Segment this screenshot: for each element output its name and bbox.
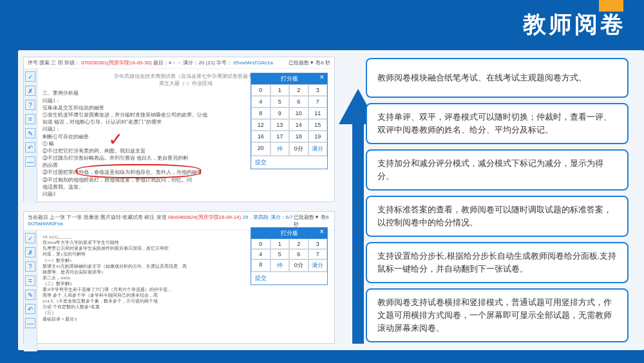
close-icon[interactable]: ✕ [319, 228, 325, 235]
score-cell[interactable]: 2 [289, 84, 308, 96]
score-cell[interactable]: 6 [289, 96, 308, 107]
red-check-mark: ✓ [108, 127, 123, 152]
tool-icon[interactable]: ✗ [25, 247, 35, 257]
score-cell[interactable]: 4 [251, 249, 270, 259]
handwriting-line: ③不过相别的他他瞪着灯，唇他倾送妻，要他让我反问，伯忆。问 [43, 176, 329, 183]
toolbar2-right: 已批题数▼ 卷6 秒 [294, 214, 330, 228]
feature-card: 支持单评、双平，评卷模式可以随时切换；仲裁时，查看一评、双评中阅卷教师的姓名、给… [366, 103, 629, 144]
handwriting-line: 某X中学有学生若干选修了六门课（共有六个单选题）的任中选， [43, 287, 329, 293]
page-title: 教师阅卷 [523, 9, 626, 41]
score-cell[interactable]: 16 [251, 131, 270, 142]
score-cell[interactable]: 17 [270, 131, 290, 142]
toolbar2-mid: 29．第四段 满分：6/7 [242, 214, 292, 220]
arrow-stem [352, 121, 364, 344]
score-cell[interactable]: 满分 [308, 259, 328, 272]
score-cell[interactable]: 10 [289, 107, 308, 119]
score-cell[interactable]: 13 [270, 119, 290, 131]
score-panel-1: 打分板 ✕ 01234567891011121314151617181920仲0… [251, 73, 328, 169]
score-cell[interactable]: 15 [308, 119, 328, 131]
score-cell[interactable]: 0 [251, 239, 270, 249]
score-cell[interactable]: 0分 [289, 142, 308, 156]
score-cell[interactable]: 19 [308, 131, 328, 142]
score-cell[interactable]: 0 [251, 84, 270, 96]
score-cell[interactable]: 9 [270, 107, 290, 119]
score-cell[interactable]: 5 [270, 249, 290, 259]
grading-screenshot-1: 序号 搜索 三 田 班级： 070030301(国庆学院18-09-30) 题目… [23, 57, 335, 202]
feature-card-list: 教师阅卷模块融合纸笔考试、在线考试主观题阅卷方式。支持单评、双平，评卷模式可以随… [366, 58, 629, 342]
tool-icon[interactable]: ? [25, 261, 35, 272]
handwriting-line: 高等 多个 人和多个学（多学科不能同自己的课本结合，高 [43, 293, 329, 299]
handwriting-line: 基础目录 > 题分3 [43, 317, 329, 322]
score-cell[interactable]: 18 [289, 131, 308, 142]
submit-button[interactable]: 提交 [251, 156, 327, 169]
tool-icon[interactable]: ? [25, 100, 35, 110]
feature-card: 教师阅卷支持试卷横排和竖排模式，普通试题可用竖排方式，作文题可用横排方式阅卷，一… [366, 288, 629, 342]
feature-card: 教师阅卷模块融合纸笔考试、在线考试主观题阅卷方式。 [366, 58, 629, 98]
score-cell[interactable]: 7 [308, 96, 328, 107]
tool-icon[interactable]: ✗ [25, 86, 35, 96]
side-toolbar-1: ✓✗?=✎↶— [24, 69, 37, 203]
score-header-label: 打分板 [281, 75, 298, 82]
tool-icon[interactable]: = [25, 275, 35, 286]
tool-icon[interactable]: — [25, 318, 35, 328]
screenshot-column: 序号 搜索 三 田 班级： 070030301(国庆学院18-09-30) 题目… [23, 57, 335, 344]
tool-icon[interactable]: ↶ [25, 142, 35, 153]
score-cell[interactable]: 1 [270, 239, 290, 249]
handwriting-line: 问题3 [43, 191, 329, 198]
score-cell[interactable]: 满分 [308, 142, 328, 156]
score-cell[interactable]: 6 [289, 249, 308, 259]
score-header-label-2: 打分板 [281, 230, 298, 236]
score-cell[interactable]: 0分 [289, 259, 308, 272]
score-cell[interactable]: 14 [289, 119, 308, 131]
tool-icon[interactable]: ↶ [25, 304, 35, 314]
score-cell[interactable]: 11 [308, 107, 328, 119]
submit-button-2[interactable]: 提交 [251, 272, 327, 284]
side-toolbar-2: ✓✗?=✎↶— [24, 230, 37, 351]
score-cell[interactable]: 12 [251, 119, 270, 131]
score-panel-2: 打分板 ✕ 012345678仲0分满分 提交 [251, 227, 328, 285]
score-cell[interactable]: 8 [251, 107, 270, 119]
class-label: 070030301(国庆学院18-09-30) [81, 60, 151, 66]
feature-card: 支持标准答案的查看，教师阅卷可以随时调取试题的标准答案，以控制阅卷中的给分情况。 [366, 196, 629, 237]
score-cell[interactable]: 4 [251, 96, 270, 107]
score-cell[interactable]: 仲 [270, 259, 290, 272]
score-cell[interactable]: 仲 [270, 142, 290, 156]
close-icon[interactable]: ✕ [319, 74, 325, 80]
score-cell[interactable]: 20 [251, 142, 270, 156]
feature-card: 支持设置给分步长,根据给分步长自动生成教师阅卷给分面板.支持鼠标一键给分，并自动… [366, 242, 629, 283]
toolbar-right: 已批题数▼ 卷6 秒 [289, 59, 330, 66]
grading-screenshot-2: 当前题目 上一张 下一张 批量改 图片旋转 收藏试卷 标注 发送 08x0460… [23, 211, 335, 344]
toolbar-mid: 题目：4－－ 满分：20 (21) 学号： [153, 60, 232, 66]
score-cell[interactable]: 3 [308, 84, 328, 96]
score-grid-1: 01234567891011121314151617181920仲0分满分 [251, 84, 327, 156]
score-panel-header-2: 打分板 ✕ [251, 228, 327, 239]
class-label-2: 08x0460824(国庆学院18-09-14) [168, 214, 241, 220]
content-area: 序号 搜索 三 田 班级： 070030301(国庆学院18-09-30) 题目… [18, 50, 644, 350]
red-circle-mark [76, 164, 201, 178]
score-cell[interactable]: 7 [308, 249, 328, 259]
score-grid-2: 012345678仲0分满分 [251, 239, 327, 272]
score-cell[interactable]: 3 [308, 239, 328, 249]
tool-icon[interactable]: ✎ [25, 290, 35, 300]
student-id-2: 0r25af4Wt0Fxa [28, 221, 63, 227]
score-cell[interactable]: 2 [289, 239, 308, 249]
tool-icon[interactable]: = [25, 114, 35, 124]
score-cell[interactable]: 1 [270, 84, 290, 96]
handwriting-line: 方或 个自定数的人数多7名某 [43, 304, 329, 310]
toolbar2-left: 当前题目 上一张 下一张 批量改 图片旋转 收藏试卷 标注 发送 [28, 214, 167, 220]
handwriting-line: 他适善我。这改。 [43, 183, 329, 191]
tool-icon[interactable]: — [25, 156, 35, 167]
score-cell[interactable]: 5 [270, 96, 290, 107]
tool-icon[interactable]: ✎ [25, 128, 35, 138]
student-id: 05xwfAHZGAb1a [233, 60, 273, 66]
score-panel-header: 打分板 ✕ [251, 73, 327, 84]
tool-icon[interactable]: ✓ [25, 233, 35, 243]
handwriting-line: 214人（不是全独立数多个象，数本多个，方可提到两个地 [43, 299, 329, 304]
screenshot1-toolbar: 序号 搜索 三 田 班级： 070030301(国庆学院18-09-30) 题目… [24, 57, 334, 69]
feature-card: 支持加分和减分评分模式，减分模式下标记为减分，显示为得分。 [366, 149, 629, 191]
toolbar-left: 序号 搜索 三 田 班级： [28, 60, 80, 66]
handwriting-line: （三） [43, 310, 329, 316]
score-cell[interactable]: 8 [251, 259, 270, 272]
tool-icon[interactable]: ✓ [25, 71, 35, 82]
